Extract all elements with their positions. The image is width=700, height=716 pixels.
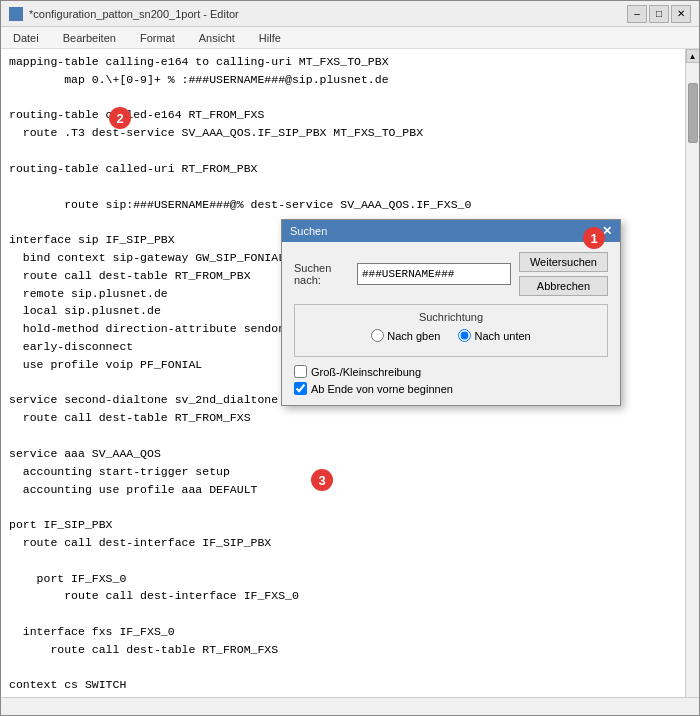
menu-bearbeiten[interactable]: Bearbeiten: [59, 30, 120, 46]
editor-area: mapping-table calling-e164 to calling-ur…: [1, 49, 699, 697]
maximize-button[interactable]: □: [649, 5, 669, 23]
direction-label: Suchrichtung: [305, 311, 597, 323]
minimize-button[interactable]: –: [627, 5, 647, 23]
annotation-3: 3: [311, 469, 333, 491]
radio-down-label[interactable]: Nach unten: [458, 329, 530, 342]
menu-bar: Datei Bearbeiten Format Ansicht Hilfe: [1, 27, 699, 49]
menu-datei[interactable]: Datei: [9, 30, 43, 46]
checkbox-case[interactable]: [294, 365, 307, 378]
close-button[interactable]: ✕: [671, 5, 691, 23]
radio-down[interactable]: [458, 329, 471, 342]
weiterssuchen-button[interactable]: Weitersuchen: [519, 252, 608, 272]
dialog-title-bar: Suchen ✕: [282, 220, 620, 242]
search-input-row: Suchennach: Weitersuchen Abbrechen: [294, 252, 608, 296]
dialog-body: Suchennach: Weitersuchen Abbrechen Suchr…: [282, 242, 620, 405]
status-bar: [1, 697, 699, 715]
search-input[interactable]: [357, 263, 511, 285]
annotation-2: 2: [109, 107, 131, 129]
radio-up-label[interactable]: Nach gben: [371, 329, 440, 342]
title-bar-left: *configuration_patton_sn200_1port - Edit…: [9, 7, 239, 21]
dialog-title-label: Suchen: [290, 225, 327, 237]
direction-group: Suchrichtung Nach gben Nach unten: [294, 304, 608, 357]
abbrechen-button[interactable]: Abbrechen: [519, 276, 608, 296]
menu-hilfe[interactable]: Hilfe: [255, 30, 285, 46]
dialog-close-button[interactable]: ✕: [602, 224, 612, 238]
window-icon: [9, 7, 23, 21]
radio-up[interactable]: [371, 329, 384, 342]
direction-radios: Nach gben Nach unten: [305, 329, 597, 342]
title-bar-controls[interactable]: – □ ✕: [627, 5, 691, 23]
checkbox-end[interactable]: [294, 382, 307, 395]
search-dialog[interactable]: Suchen ✕ Suchennach: Weitersuchen Abbrec…: [281, 219, 621, 406]
checkbox-case-label[interactable]: Groß-/Kleinschreibung: [294, 365, 608, 378]
scrollbar-vertical[interactable]: ▲: [685, 49, 699, 697]
checkbox-group: Groß-/Kleinschreibung Ab Ende von vorne …: [294, 365, 608, 395]
search-label: Suchennach:: [294, 262, 349, 286]
menu-ansicht[interactable]: Ansicht: [195, 30, 239, 46]
main-window: *configuration_patton_sn200_1port - Edit…: [0, 0, 700, 716]
scroll-thumb[interactable]: [688, 83, 698, 143]
title-bar: *configuration_patton_sn200_1port - Edit…: [1, 1, 699, 27]
menu-format[interactable]: Format: [136, 30, 179, 46]
scroll-up-arrow[interactable]: ▲: [686, 49, 700, 63]
window-title: *configuration_patton_sn200_1port - Edit…: [29, 8, 239, 20]
checkbox-end-label[interactable]: Ab Ende von vorne beginnen: [294, 382, 608, 395]
